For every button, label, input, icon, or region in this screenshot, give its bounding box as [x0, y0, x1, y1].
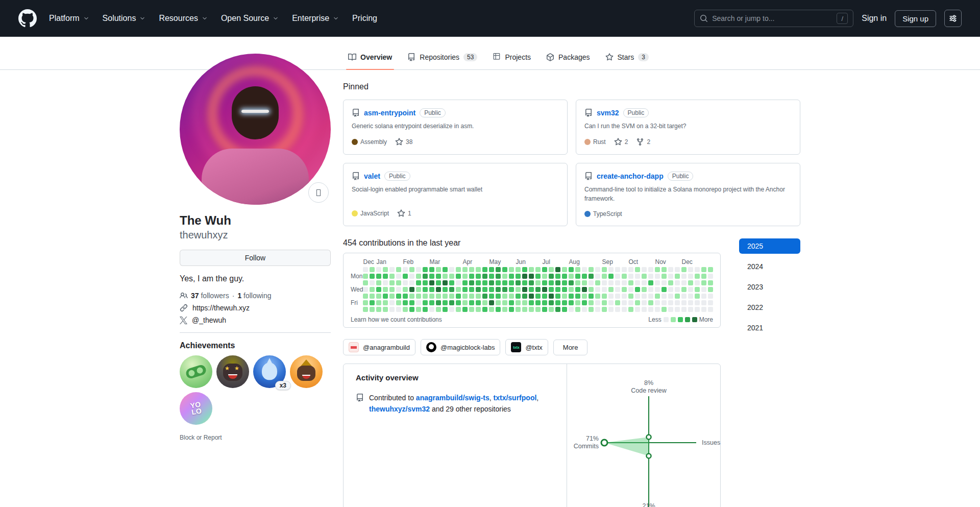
contribution-cell[interactable] [549, 307, 554, 312]
contribution-cell[interactable] [535, 307, 541, 312]
contribution-cell[interactable] [456, 287, 461, 292]
contribution-cell[interactable] [522, 307, 527, 312]
contribution-cell[interactable] [522, 280, 527, 285]
contribution-cell[interactable] [642, 307, 647, 312]
contribution-cell[interactable] [681, 274, 687, 279]
contribution-cell[interactable] [509, 274, 514, 279]
contribution-cell[interactable] [622, 307, 627, 312]
contribution-cell[interactable] [429, 274, 434, 279]
contribution-cell[interactable] [516, 307, 521, 312]
contribution-cell[interactable] [423, 294, 428, 299]
contribution-cell[interactable] [509, 280, 514, 285]
repo-stars[interactable]: 1 [397, 209, 411, 218]
contribution-cell[interactable] [370, 287, 375, 292]
contribution-cell[interactable] [396, 280, 401, 285]
contribution-cell[interactable] [695, 267, 700, 272]
sign-up-button[interactable]: Sign up [895, 10, 936, 27]
contribution-cell[interactable] [469, 294, 474, 299]
repo-forks[interactable]: 2 [636, 138, 650, 146]
contribution-cell[interactable] [595, 300, 600, 305]
contribution-cell[interactable] [688, 280, 693, 285]
achievement-starstruck[interactable]: ★ ★ [216, 355, 249, 388]
contribution-cell[interactable] [403, 280, 408, 285]
contribution-cell[interactable] [482, 294, 487, 299]
contribution-cell[interactable] [681, 280, 687, 285]
contribution-cell[interactable] [648, 280, 653, 285]
contribution-cell[interactable] [496, 307, 501, 312]
contribution-cell[interactable] [681, 307, 687, 312]
contribution-cell[interactable] [489, 274, 494, 279]
contribution-cell[interactable] [642, 300, 647, 305]
contribution-cell[interactable] [675, 287, 680, 292]
contribution-cell[interactable] [628, 300, 633, 305]
contribution-cell[interactable] [456, 307, 461, 312]
contribution-cell[interactable] [615, 280, 620, 285]
contribution-cell[interactable] [622, 280, 627, 285]
contribution-cell[interactable] [383, 300, 388, 305]
contribution-cell[interactable] [595, 287, 600, 292]
contribution-cell[interactable] [389, 280, 395, 285]
contribution-cell[interactable] [582, 287, 587, 292]
contribution-cell[interactable] [423, 280, 428, 285]
contribution-cell[interactable] [376, 287, 381, 292]
contribution-cell[interactable] [363, 280, 368, 285]
contribution-cell[interactable] [602, 267, 607, 272]
contribution-cell[interactable] [602, 274, 607, 279]
following-link[interactable]: 1 following [237, 292, 271, 300]
nav-open-source[interactable]: Open Source [221, 14, 279, 23]
contribution-cell[interactable] [462, 274, 468, 279]
contribution-cell[interactable] [416, 274, 421, 279]
contribution-cell[interactable] [668, 300, 673, 305]
contribution-cell[interactable] [662, 267, 667, 272]
contribution-cell[interactable] [456, 300, 461, 305]
contribution-cell[interactable] [389, 300, 395, 305]
contribution-cell[interactable] [562, 267, 567, 272]
contribution-cell[interactable] [542, 274, 547, 279]
contribution-cell[interactable] [549, 287, 554, 292]
contribution-cell[interactable] [396, 300, 401, 305]
year-2025[interactable]: 2025 [739, 238, 800, 254]
contribution-cell[interactable] [695, 294, 700, 299]
appearance-settings-button[interactable] [944, 10, 962, 27]
contribution-cell[interactable] [595, 307, 600, 312]
contribution-cell[interactable] [429, 267, 434, 272]
contribution-cell[interactable] [429, 280, 434, 285]
contribution-cell[interactable] [589, 307, 594, 312]
contribution-cell[interactable] [469, 280, 474, 285]
contribution-cell[interactable] [535, 274, 541, 279]
contribution-cell[interactable] [575, 287, 580, 292]
contribution-cell[interactable] [423, 300, 428, 305]
contribution-cell[interactable] [688, 274, 693, 279]
contribution-cell[interactable] [370, 300, 375, 305]
contribution-cell[interactable] [496, 274, 501, 279]
contribution-cell[interactable] [509, 307, 514, 312]
contribution-cell[interactable] [363, 300, 368, 305]
contribution-cell[interactable] [396, 307, 401, 312]
contribution-cell[interactable] [416, 287, 421, 292]
contribution-cell[interactable] [456, 267, 461, 272]
contribution-cell[interactable] [482, 267, 487, 272]
contribution-cell[interactable] [416, 300, 421, 305]
contribution-cell[interactable] [529, 287, 534, 292]
contribution-cell[interactable] [482, 300, 487, 305]
contribution-cell[interactable] [496, 267, 501, 272]
follow-button[interactable]: Follow [180, 250, 331, 266]
contribution-cell[interactable] [449, 307, 454, 312]
contribution-cell[interactable] [642, 267, 647, 272]
contribution-cell[interactable] [482, 280, 487, 285]
contribution-cell[interactable] [376, 267, 381, 272]
contribution-cell[interactable] [363, 294, 368, 299]
contribution-cell[interactable] [708, 274, 713, 279]
contribution-cell[interactable] [542, 300, 547, 305]
contribution-cell[interactable] [529, 307, 534, 312]
contribution-cell[interactable] [449, 267, 454, 272]
contribution-cell[interactable] [370, 294, 375, 299]
contribution-cell[interactable] [562, 294, 567, 299]
contribution-cell[interactable] [376, 300, 381, 305]
contribution-cell[interactable] [476, 307, 481, 312]
contribution-cell[interactable] [675, 307, 680, 312]
org-txtx[interactable]: txtx @txtx [505, 339, 548, 355]
tab-stars[interactable]: Stars 3 [600, 50, 654, 69]
year-2022[interactable]: 2022 [739, 300, 800, 315]
global-search[interactable]: / [694, 10, 853, 27]
